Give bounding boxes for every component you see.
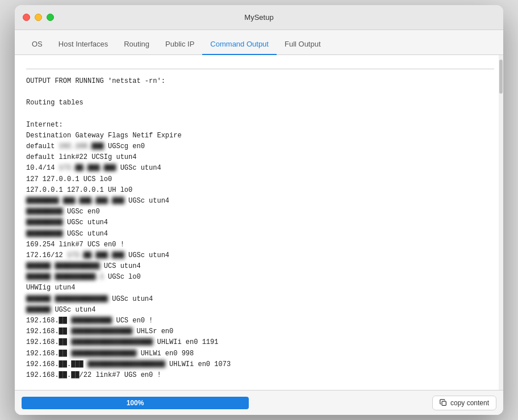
close-button[interactable] [23,14,30,21]
table-row: 192.168.██ ███████████████ UHLSr en0 [26,326,494,337]
section-routing-tables: Routing tables [26,98,494,108]
terminal-output: OUTPUT FROM RUNNING 'netstat -rn': Routi… [15,55,503,390]
table-row: 192.168.██ ██████████ UCS en0 ! [26,316,494,326]
blurred-ip: ███.███.███.███ [63,196,124,207]
table-row: █████████ UGSc en0 [26,207,494,217]
blurred-dest: ██████ [26,261,51,272]
blurred-ip: ███████████ [55,261,99,272]
maximize-button[interactable] [47,14,54,21]
copy-icon [440,399,447,406]
tab-command-output[interactable]: Command Output [202,34,277,55]
table-row: default link#22 UCSIg utun4 [26,152,494,163]
table-row: ████████ ███.███.███.███ UGSc utun4 [26,196,494,207]
table-row: █████████ UGSc utun4 [26,217,494,228]
app-window: MySetup OS Host Interfaces Routing Publi… [15,5,503,415]
blurred-dest: █████████ [26,207,63,217]
tab-os[interactable]: OS [24,34,51,55]
scrollbar-track[interactable] [499,55,503,390]
table-row: 10.4/14 172.██.███.███ UGSc utun4 [26,163,494,174]
table-row: 192.168.██.██/22 link#7 UGS en0 ! [26,370,494,381]
table-row: 192.168.██ ████████████████ UHLWi en0 99… [26,348,494,359]
blurred-dest: █████████ [26,229,63,240]
table-row: 169.254 link#7 UCS en0 ! [26,240,494,250]
blurred-ip: ████████████████████ [71,337,153,348]
blurred-dest: ████████ [26,196,59,207]
blurred-ip: ████████████████ [71,348,136,359]
table-row: 192.168.██.███ ███████████████████ UHLWI… [26,359,494,370]
section-internet: Internet: [26,120,494,131]
command-line: OUTPUT FROM RUNNING 'netstat -rn': [26,76,494,87]
copy-content-button[interactable]: copy content [432,396,496,410]
table-row: 192.168.██ ████████████████████ UHLWIi e… [26,337,494,348]
blurred-ip: 192.168.███ [59,141,104,152]
divider [26,69,494,69]
blurred-ip: 172.██.███.███ [67,250,124,261]
table-row: default 192.168.███ UGScg en0 [26,141,494,152]
blurred-ip: ███████████████████ [87,359,165,370]
table-row: █████████ UGSc utun4 [26,229,494,240]
tab-host-interfaces[interactable]: Host Interfaces [51,34,116,55]
table-row: ██████ █████████████ UGSc utun4 [26,294,494,305]
progress-bar: 100% [22,397,249,409]
table-rows: default 192.168.███ UGScg en0 default li… [26,141,494,381]
table-row: UHWIig utun4 [26,283,494,293]
blurred-dest: ██████ [26,272,51,283]
blurred-dest: █████████ [26,217,63,228]
blurred-ip: ███████████████ [71,326,132,337]
tab-routing[interactable]: Routing [116,34,157,55]
minimize-button[interactable] [35,14,42,21]
table-row: ██████ ███████████ UCS utun4 [26,261,494,272]
blurred-dest: ██████ [26,305,51,316]
progress-label: 100% [127,399,144,407]
scrollbar-thumb[interactable] [499,60,503,94]
blurred-dest: ██████ [26,294,51,305]
table-row: 127.0.0.1 127.0.0.1 UH lo0 [26,185,494,196]
blurred-ip: ██████████ [71,316,112,326]
svg-rect-0 [442,401,446,405]
copy-button-label: copy content [450,399,489,407]
window-title: MySetup [244,13,273,22]
blurred-ip: █████████████ [55,294,108,305]
content-area: OUTPUT FROM RUNNING 'netstat -rn': Routi… [15,55,503,390]
traffic-lights [23,14,54,21]
blurred-ip: 172.██.███.███ [59,163,116,174]
table-row: ██████ UGSc utun4 [26,305,494,316]
table-row: 172.16/12 172.██.███.███ UGSc utun4 [26,250,494,261]
table-row: ██████ ██████████.1 UGSc lo0 [26,272,494,283]
blurred-ip: ██████████.1 [55,272,103,283]
footer: 100% copy content [15,390,503,415]
table-header: Destination Gateway Flags Netif Expire [26,131,494,141]
tab-full-output[interactable]: Full Output [277,34,329,55]
tab-bar: OS Host Interfaces Routing Public IP Com… [15,30,503,55]
table-row: 127 127.0.0.1 UCS lo0 [26,174,494,185]
titlebar: MySetup [15,5,503,30]
tab-public-ip[interactable]: Public IP [157,34,202,55]
